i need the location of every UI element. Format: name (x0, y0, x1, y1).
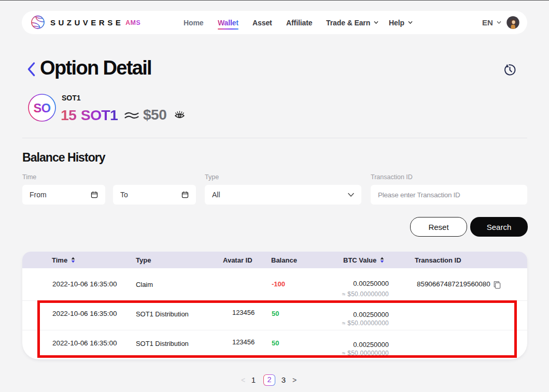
svg-text:SO: SO (34, 101, 51, 115)
